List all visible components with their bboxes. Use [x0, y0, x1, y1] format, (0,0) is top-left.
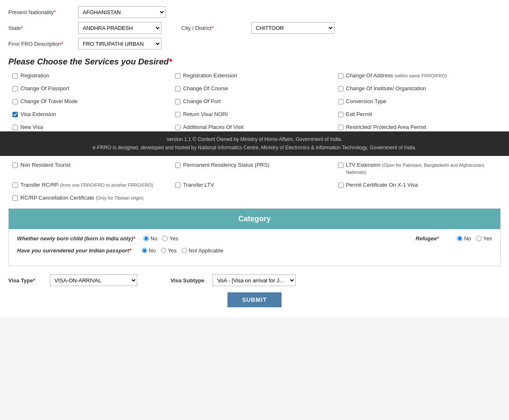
footer-line2: e-FRRO is designed, developed and hosted…	[8, 144, 501, 152]
service-permit-cert: Permit Certificate On X-1 Visa	[338, 181, 501, 190]
change-address-checkbox[interactable]	[338, 73, 343, 79]
change-passport-checkbox[interactable]	[12, 86, 18, 91]
service-change-passport: Change Of Passport	[12, 84, 175, 93]
frro-select[interactable]: FRO TIRUPATHI URBAN	[78, 38, 161, 49]
visa-row: Visa Type* VISA-ON-ARRIVAL Visa Subtype …	[8, 274, 501, 286]
frro-label: Frro/ FRO Description*	[8, 41, 75, 47]
state-label: State*	[8, 25, 75, 31]
service-additional-places: Additional Places Of Visit	[175, 123, 338, 132]
transfer-rc-checkbox[interactable]	[12, 183, 18, 188]
category-section: Category Whether newly born child (born …	[8, 208, 501, 266]
conversion-type-checkbox[interactable]	[338, 99, 343, 104]
registration-checkbox[interactable]	[12, 73, 18, 79]
visa-type-label: Visa Type*	[8, 277, 42, 284]
submit-button[interactable]: SUBMIT	[227, 292, 282, 307]
newly-born-no[interactable]: No	[143, 235, 158, 242]
prs-checkbox[interactable]	[175, 163, 180, 168]
surrendered-yes[interactable]: Yes	[161, 247, 177, 254]
visa-type-select[interactable]: VISA-ON-ARRIVAL	[50, 274, 137, 286]
service-change-address: Change Of Address (within same FRRO/FRO)	[338, 72, 501, 80]
new-visa-checkbox[interactable]	[12, 125, 18, 130]
service-change-institute: Change Of Institute/ Organization	[338, 84, 501, 93]
return-visa-checkbox[interactable]	[175, 112, 180, 117]
surrendered-na[interactable]: Not Applicable	[182, 247, 223, 254]
services-grid-2: Non Resident Tourist Permanent Residency…	[12, 161, 501, 203]
category-body: Whether newly born child (born in India …	[9, 229, 500, 266]
city-district-label: City / District*	[181, 25, 248, 31]
service-change-travel: Change Of Travel Mode	[12, 97, 175, 106]
service-registration: Registration	[12, 72, 175, 80]
footer-line1: version 1.1 © Content Owned by Ministry …	[8, 136, 501, 143]
category-header: Category	[9, 209, 500, 229]
newly-born-row: Whether newly born child (born in India …	[17, 235, 492, 242]
non-resident-checkbox[interactable]	[12, 163, 18, 168]
restricted-area-checkbox[interactable]	[338, 125, 343, 130]
service-ltv-extension: LTV Extension (Open for Pakistani, Bangl…	[338, 161, 501, 177]
service-non-resident: Non Resident Tourist	[12, 161, 175, 177]
exit-permit-checkbox[interactable]	[338, 112, 343, 117]
service-transfer-rc: Transfer RC/RP (from one FRRO/FRO to ano…	[12, 181, 175, 190]
visa-subtype-select[interactable]: VoA - [Visa on arrival for J...	[212, 274, 296, 286]
service-conversion-type: Conversion Type	[338, 97, 501, 106]
refugee-no[interactable]: No	[457, 235, 471, 242]
visa-extension-checkbox[interactable]	[12, 112, 18, 117]
change-course-checkbox[interactable]	[175, 86, 180, 91]
service-rc-cancellation: RC/RP Cancellation Certificate (Only for…	[12, 194, 175, 203]
city-select[interactable]: CHITTOOR	[251, 22, 334, 34]
rc-cancellation-checkbox[interactable]	[12, 195, 18, 201]
permit-cert-checkbox[interactable]	[338, 183, 343, 188]
surrendered-passport-radio-group: No Yes Not Applicable	[142, 247, 223, 254]
newly-born-yes[interactable]: Yes	[162, 235, 178, 242]
submit-row: SUBMIT	[8, 292, 501, 307]
service-new-visa: New Visa	[12, 123, 175, 132]
service-transfer-ltv: Transfer LTV	[175, 181, 338, 190]
change-institute-checkbox[interactable]	[338, 86, 343, 91]
visa-subtype-label: Visa Subtype	[170, 277, 204, 284]
service-visa-extension: Visa Extension	[12, 110, 175, 119]
services-grid: Registration Registration Extension Chan…	[12, 72, 501, 131]
additional-places-checkbox[interactable]	[175, 125, 180, 130]
present-nationality-label: Present Nationality*	[8, 9, 75, 15]
reg-extension-checkbox[interactable]	[175, 73, 180, 79]
refugee-radio-group: No Yes	[457, 235, 492, 242]
service-change-course: Change Of Course	[175, 84, 338, 93]
service-restricted-area: Restricted/ Protected Area Permit	[338, 123, 501, 132]
change-travel-checkbox[interactable]	[12, 99, 18, 104]
refugee-label: Refugee*	[415, 235, 449, 242]
service-return-visa: Return Visa/ NORI	[175, 110, 338, 119]
footer-bar: version 1.1 © Content Owned by Ministry …	[0, 131, 509, 156]
service-prs: Permanent Residency Status (PRS)	[175, 161, 338, 177]
ltv-extension-checkbox[interactable]	[338, 163, 343, 168]
surrendered-no[interactable]: No	[142, 247, 156, 254]
change-port-checkbox[interactable]	[175, 99, 180, 104]
nationality-select[interactable]: AFGHANISTAN	[78, 6, 166, 18]
transfer-ltv-checkbox[interactable]	[175, 183, 180, 188]
service-exit-permit: Exit Permit	[338, 110, 501, 119]
service-reg-extension: Registration Extension	[175, 72, 338, 80]
services-title: Please Choose the Services you Desired*	[8, 57, 501, 67]
surrendered-passport-label: Have you surrendered your Indian passpor…	[17, 247, 133, 254]
newly-born-radio-group: No Yes	[143, 235, 178, 242]
refugee-group: Refugee* No Yes	[415, 235, 492, 242]
refugee-yes[interactable]: Yes	[476, 235, 492, 242]
newly-born-label: Whether newly born child (born in India …	[17, 235, 135, 242]
state-select[interactable]: ANDHRA PRADESH	[78, 22, 161, 34]
service-change-port: Change Of Port	[175, 97, 338, 106]
surrendered-passport-row: Have you surrendered your Indian passpor…	[17, 247, 492, 254]
